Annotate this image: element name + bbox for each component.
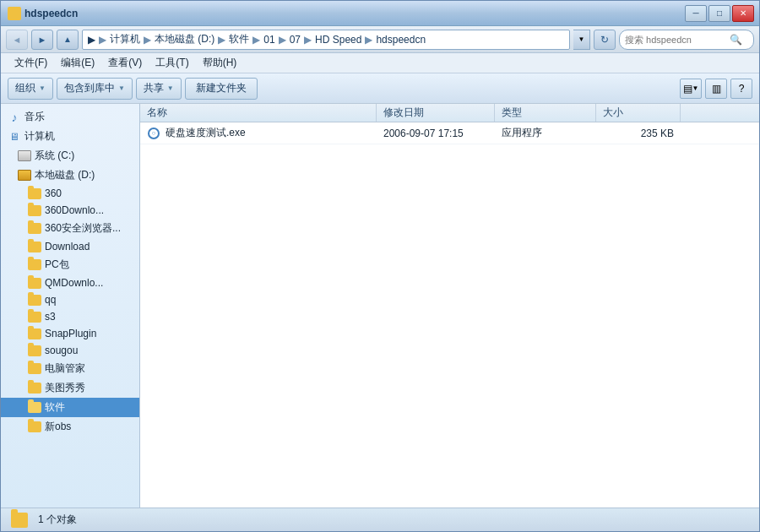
sidebar-item-qq[interactable]: qq [1,291,139,308]
sidebar-item-pc[interactable]: PC包 [1,255,139,274]
sidebar-software-label: 软件 [45,400,65,415]
folder-icon-sougou [28,345,41,356]
folder-icon-software [28,402,41,413]
breadcrumb-root[interactable]: ▶ [88,34,95,46]
sidebar-item-360browser[interactable]: 360安全浏览器... [1,219,139,238]
up-button[interactable]: ▲ [57,30,79,50]
menubar: 文件(F) 编辑(E) 查看(V) 工具(T) 帮助(H) [1,53,759,73]
breadcrumb-hdspeed[interactable]: HD Speed [315,34,361,46]
explorer-window: hdspeedcn ─ □ ✕ ◄ ► ▲ ▶ ▶ 计算机 ▶ 本地磁盘 (D:… [0,0,760,532]
sidebar-item-s3[interactable]: s3 [1,308,139,325]
search-box: 🔍 [619,30,754,50]
sidebar-local-drive-label: 本地磁盘 (D:) [35,168,95,182]
sidebar-item-download[interactable]: Download [1,238,139,255]
refresh-button[interactable]: ↻ [594,30,616,50]
help-icon: ? [739,83,745,95]
sidebar-s3-label: s3 [45,311,56,323]
help-button[interactable]: ? [730,79,752,99]
col-header-type[interactable]: 类型 [495,104,596,122]
share-label: 共享 [144,81,164,95]
sidebar-music-label: 音乐 [24,110,45,124]
window-title: hdspeedcn [24,8,78,19]
menu-help[interactable]: 帮助(H) [196,54,244,72]
file-size-cell: 235 KB [596,128,681,139]
share-arrow-icon: ▼ [167,84,174,92]
exe-icon: ○ [147,127,160,140]
view-arrow-icon: ▼ [692,84,699,92]
folder-icon-qmdownload [28,278,41,289]
system-drive-icon [18,150,31,161]
sidebar-download-label: Download [45,241,90,252]
minimize-button[interactable]: ─ [685,5,707,22]
sidebar-qmdownload-label: QMDownlo... [45,277,103,289]
col-header-name[interactable]: 名称 [140,104,377,122]
toolbar-right: ▤ ▼ ▥ ? [680,79,752,99]
folder-icon-meituxiuxiu [28,383,41,394]
menu-view[interactable]: 查看(V) [101,54,149,72]
address-dropdown-button[interactable]: ▼ [573,30,590,50]
address-bar[interactable]: ▶ ▶ 计算机 ▶ 本地磁盘 (D:) ▶ 软件 ▶ 01 ▶ 07 ▶ HD … [82,30,570,50]
window-icon [8,7,21,20]
sidebar-snapplugin-label: SnapPlugin [45,328,96,339]
sidebar: ♪ 音乐 🖥 计算机 系统 (C:) 本地磁盘 (D:) 360 [1,104,140,508]
file-name-cell: ○ 硬盘速度测试.exe [140,126,377,140]
sidebar-item-sougou[interactable]: sougou [1,342,139,359]
breadcrumb-hdspeedcn[interactable]: hdspeedcn [376,34,426,46]
sidebar-item-software[interactable]: 软件 [1,398,139,417]
menu-edit[interactable]: 编辑(E) [54,54,101,72]
breadcrumb-software[interactable]: 软件 [229,32,249,46]
file-area: 名称 修改日期 类型 大小 ○ [140,104,759,508]
sidebar-pc-label: PC包 [45,258,69,272]
maximize-button[interactable]: □ [708,5,730,22]
menu-tools[interactable]: 工具(T) [149,54,195,72]
menu-file[interactable]: 文件(F) [8,54,54,72]
folder-icon-snapplugin [28,328,41,339]
breadcrumb-computer[interactable]: 计算机 [110,32,140,46]
sidebar-item-meituxiuxiu[interactable]: 美图秀秀 [1,378,139,398]
search-icon: 🔍 [730,34,742,46]
titlebar-left: hdspeedcn [8,7,685,20]
view-icon: ▤ [683,83,692,95]
status-folder-icon [11,513,28,528]
folder-icon-s3 [28,312,41,323]
col-header-date[interactable]: 修改日期 [377,104,495,122]
folder-icon-360 [28,188,41,199]
share-button[interactable]: 共享 ▼ [136,78,182,100]
sidebar-item-system-drive[interactable]: 系统 (C:) [1,146,139,166]
breadcrumb-drive[interactable]: 本地磁盘 (D:) [155,32,214,46]
pane-button[interactable]: ▥ [705,79,727,99]
navbar: ◄ ► ▲ ▶ ▶ 计算机 ▶ 本地磁盘 (D:) ▶ 软件 ▶ 01 ▶ 07… [1,26,759,53]
breadcrumb: ▶ ▶ 计算机 ▶ 本地磁盘 (D:) ▶ 软件 ▶ 01 ▶ 07 ▶ HD … [88,32,426,46]
forward-button[interactable]: ► [31,30,53,50]
organize-button[interactable]: 组织 ▼ [8,78,53,100]
sidebar-item-music[interactable]: ♪ 音乐 [1,107,139,127]
sidebar-item-computer[interactable]: 🖥 计算机 [1,127,139,146]
breadcrumb-01[interactable]: 01 [263,34,274,46]
organize-arrow-icon: ▼ [39,84,46,92]
sidebar-item-newobs[interactable]: 新obs [1,417,139,437]
sidebar-item-pcmgr[interactable]: 电脑管家 [1,359,139,378]
sidebar-newobs-label: 新obs [45,420,71,434]
pane-icon: ▥ [712,83,721,95]
sidebar-item-qmdownload[interactable]: QMDownlo... [1,274,139,291]
close-button[interactable]: ✕ [732,5,754,22]
sidebar-item-local-drive[interactable]: 本地磁盘 (D:) [1,166,139,185]
breadcrumb-07[interactable]: 07 [290,34,301,46]
view-button[interactable]: ▤ ▼ [680,79,702,99]
status-text: 1 个对象 [38,513,77,527]
sidebar-item-snapplugin[interactable]: SnapPlugin [1,325,139,342]
table-row[interactable]: ○ 硬盘速度测试.exe 2006-09-07 17:15 应用程序 235 K… [140,122,759,144]
sidebar-item-360download[interactable]: 360Downlo... [1,202,139,219]
sidebar-computer-label: 计算机 [24,129,55,144]
local-drive-icon [18,170,31,181]
file-type-cell: 应用程序 [495,126,596,140]
new-folder-button[interactable]: 新建文件夹 [185,78,258,100]
folder-icon-pcmgr [28,363,41,374]
col-header-size[interactable]: 大小 [596,104,681,122]
sidebar-item-360[interactable]: 360 [1,185,139,202]
back-button[interactable]: ◄ [6,30,28,50]
include-library-button[interactable]: 包含到库中 ▼ [57,78,133,100]
computer-icon: 🖥 [8,130,21,144]
sidebar-360-label: 360 [45,187,62,199]
search-input[interactable] [625,35,726,45]
